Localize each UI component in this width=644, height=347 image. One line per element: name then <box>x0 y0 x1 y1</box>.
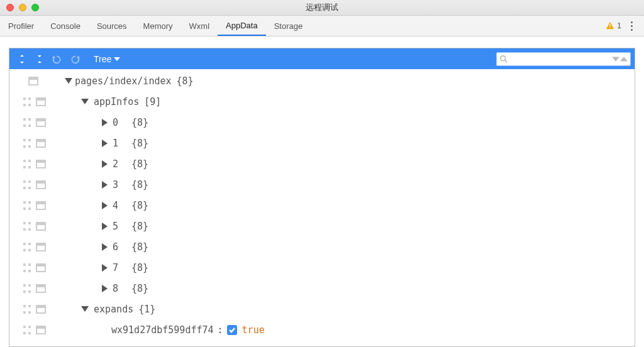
data-tree: pages/index/index {8} appInfos [9] 0 {8}… <box>9 69 635 340</box>
object-icon <box>36 201 46 210</box>
object-icon <box>28 77 38 85</box>
tree-item-row[interactable]: 0 {8} <box>9 112 635 133</box>
tree-item-row[interactable]: 8 {8} <box>9 278 635 299</box>
disclosure-right-icon[interactable] <box>102 202 108 209</box>
entry-value: true <box>242 324 265 336</box>
collapse-all-icon[interactable] <box>31 52 48 67</box>
disclosure-right-icon[interactable] <box>102 285 108 292</box>
object-icon <box>36 139 46 148</box>
search-input[interactable] <box>511 55 609 63</box>
object-icon <box>36 305 46 314</box>
expands-size: {1} <box>138 304 155 315</box>
tree-item-row[interactable]: 5 {8} <box>9 216 635 236</box>
item-index: 5 <box>113 221 131 232</box>
tree-item-row[interactable]: 6 {8} <box>9 236 635 257</box>
tree-item-row[interactable]: 2 {8} <box>9 153 635 174</box>
search-nav <box>612 55 628 63</box>
disclosure-down-icon[interactable] <box>81 306 89 312</box>
disclosure-right-icon[interactable] <box>102 181 108 189</box>
search-next-icon[interactable] <box>612 55 619 63</box>
appinfos-size: [9] <box>144 96 161 107</box>
object-icon <box>36 263 46 272</box>
titlebar: 远程调试 <box>0 0 644 16</box>
drag-icon[interactable] <box>23 139 31 148</box>
search-icon <box>499 55 508 63</box>
object-icon <box>36 326 46 334</box>
item-size: {8} <box>131 262 148 273</box>
svg-point-2 <box>501 55 506 60</box>
disclosure-right-icon[interactable] <box>102 243 108 251</box>
undo-icon[interactable] <box>48 52 66 67</box>
window-title: 远程调试 <box>0 2 644 13</box>
item-index: 4 <box>113 200 131 211</box>
drag-icon[interactable] <box>23 305 31 314</box>
redo-icon[interactable] <box>66 52 84 67</box>
tree-item-row[interactable]: 4 {8} <box>9 195 635 216</box>
object-icon <box>36 160 46 168</box>
tab-wxml[interactable]: Wxml <box>181 16 218 36</box>
tab-storage[interactable]: Storage <box>266 16 311 36</box>
item-index: 3 <box>113 179 131 190</box>
expand-all-icon[interactable] <box>13 52 31 67</box>
tree-item-row[interactable]: 3 {8} <box>9 174 635 195</box>
devtools-tabstrip: Profiler Console Sources Memory Wxml App… <box>0 16 644 36</box>
view-mode-select[interactable]: Tree <box>94 54 120 64</box>
object-icon <box>36 284 46 293</box>
warning-count-value: 1 <box>617 21 621 30</box>
tab-console[interactable]: Console <box>42 16 89 36</box>
tree-appinfos-row[interactable]: appInfos [9] <box>9 91 635 112</box>
close-icon[interactable] <box>6 4 14 11</box>
drag-icon[interactable] <box>23 118 31 127</box>
tree-item-row[interactable]: 1 {8} <box>9 133 635 153</box>
drag-icon[interactable] <box>23 201 31 210</box>
disclosure-right-icon[interactable] <box>102 223 108 230</box>
root-path: pages/index/index <box>75 75 172 87</box>
item-index: 7 <box>113 262 131 273</box>
tab-sources[interactable]: Sources <box>89 16 135 36</box>
minimize-icon[interactable] <box>19 4 26 11</box>
checkbox-checked-icon[interactable] <box>227 325 237 335</box>
drag-icon[interactable] <box>23 326 31 334</box>
disclosure-right-icon[interactable] <box>102 160 108 168</box>
item-index: 1 <box>113 138 131 149</box>
zoom-icon[interactable] <box>31 4 39 11</box>
tree-expands-entry-row[interactable]: wx91d27dbf599dff74 : true <box>9 319 635 340</box>
search-prev-icon[interactable] <box>620 55 628 63</box>
tab-profiler[interactable]: Profiler <box>0 16 42 36</box>
warning-icon <box>606 21 614 30</box>
object-icon <box>36 97 46 106</box>
drag-icon[interactable] <box>23 180 31 189</box>
appdata-toolbar: Tree <box>9 48 635 69</box>
disclosure-right-icon[interactable] <box>102 119 108 126</box>
tab-appdata[interactable]: AppData <box>218 16 266 36</box>
disclosure-down-icon[interactable] <box>81 99 89 104</box>
tab-memory[interactable]: Memory <box>135 16 181 36</box>
tree-root-row[interactable]: pages/index/index {8} <box>9 70 635 91</box>
item-index: 8 <box>113 283 131 294</box>
item-size: {8} <box>131 221 148 232</box>
tree-item-row[interactable]: 7 {8} <box>9 257 635 278</box>
drag-icon[interactable] <box>23 284 31 293</box>
appdata-panel: Tree pages/index/index {8} <box>0 36 644 347</box>
disclosure-right-icon[interactable] <box>102 264 108 272</box>
item-size: {8} <box>131 138 148 149</box>
drag-icon[interactable] <box>23 243 31 251</box>
drag-icon[interactable] <box>23 222 31 231</box>
item-index: 2 <box>113 158 131 170</box>
item-index: 0 <box>113 117 131 128</box>
tree-expands-row[interactable]: expands {1} <box>9 299 635 319</box>
disclosure-down-icon[interactable] <box>65 78 72 84</box>
svg-rect-1 <box>610 28 611 28</box>
svg-rect-0 <box>610 24 611 26</box>
item-size: {8} <box>131 158 148 170</box>
window-controls <box>6 4 39 11</box>
more-menu-icon[interactable] <box>625 21 638 31</box>
warning-count[interactable]: 1 <box>606 21 621 30</box>
disclosure-right-icon[interactable] <box>102 140 108 147</box>
object-icon <box>36 222 46 231</box>
entry-key: wx91d27dbf599dff74 <box>111 324 214 336</box>
drag-icon[interactable] <box>23 97 31 106</box>
drag-icon[interactable] <box>23 263 31 272</box>
item-size: {8} <box>131 117 148 128</box>
drag-icon[interactable] <box>23 160 31 168</box>
